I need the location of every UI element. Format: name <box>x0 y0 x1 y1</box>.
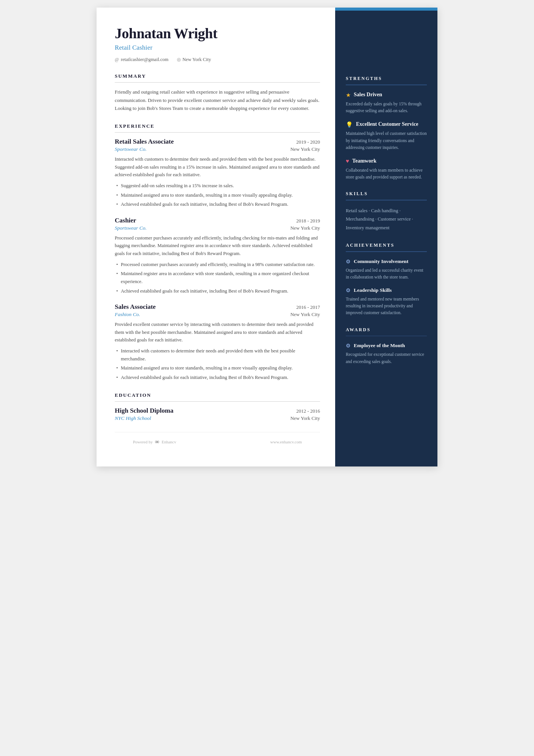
job-1-company-row: Sportswear Co. New York City <box>115 146 320 152</box>
achievement-item-1: ⚙ Community Involvement Organized and le… <box>346 258 427 281</box>
job-2-company-row: Sportswear Co. New York City <box>115 225 320 231</box>
list-item: Suggested add-on sales resulting in a 15… <box>115 182 320 190</box>
edu-1-school: NYC High School <box>115 415 151 421</box>
list-item: Maintained assigned area to store standa… <box>115 191 320 199</box>
location-icon: ◎ <box>177 57 181 63</box>
email-contact: @ retailcashier@gmail.com <box>115 57 169 63</box>
summary-divider <box>115 82 320 83</box>
brand-logo-icon: ∞ <box>155 438 159 445</box>
achievement-item-2: ⚙ Leadership Skills Trained and mentored… <box>346 287 427 316</box>
summary-text: Friendly and outgoing retail cashier wit… <box>115 88 320 112</box>
star-icon: ★ <box>346 92 351 99</box>
strength-2-header: 💡 Excellent Customer Service <box>346 121 427 128</box>
job-1-bullets: Suggested add-on sales resulting in a 15… <box>115 182 320 208</box>
heart-icon: ♥ <box>346 158 349 164</box>
achievement-1-desc: Organized and led a successful charity e… <box>346 267 427 281</box>
list-item: Achieved established goals for each init… <box>115 287 320 295</box>
job-3-role: Sales Associate <box>115 303 156 311</box>
award-item-1: ⚙ Employee of the Month Recognized for e… <box>346 342 427 365</box>
achievement-2-name: Leadership Skills <box>354 287 392 294</box>
achievement-2-icon: ⚙ <box>346 287 351 294</box>
awards-title: AWARDS <box>346 327 427 333</box>
edu-1-location: New York City <box>290 415 320 421</box>
job-1-dates: 2019 - 2020 <box>296 139 320 145</box>
achievement-1-name: Community Involvement <box>354 258 408 265</box>
footer-website: www.enhancv.com <box>270 440 302 444</box>
job-title: Retail Cashier <box>115 44 320 52</box>
strength-1-desc: Exceeded daily sales goals by 15% throug… <box>346 100 427 114</box>
header-section: Johnatan Wright Retail Cashier @ retailc… <box>115 26 320 63</box>
achievement-2-header: ⚙ Leadership Skills <box>346 287 427 294</box>
job-3-location: New York City <box>290 311 320 318</box>
experience-divider <box>115 132 320 133</box>
edu-1-header: High School Diploma 2012 - 2016 <box>115 407 320 415</box>
job-3-company: Fashion Co. <box>115 311 140 318</box>
job-2-header: Cashier 2018 - 2019 <box>115 217 320 224</box>
location-text: New York City <box>183 57 211 63</box>
skills-line-2: Merchandising · Customer service · <box>346 216 413 222</box>
job-3-bullets: Interacted with customers to determine t… <box>115 347 320 382</box>
strength-3-header: ♥ Teamwork <box>346 158 427 164</box>
list-item: Maintained assigned area to store standa… <box>115 364 320 372</box>
job-3-dates: 2016 - 2017 <box>296 304 320 310</box>
achievement-1-icon: ⚙ <box>346 258 351 265</box>
job-2-dates: 2018 - 2019 <box>296 218 320 224</box>
skills-text: Retail sales · Cash handling · Merchandi… <box>346 207 427 232</box>
location-contact: ◎ New York City <box>177 57 211 63</box>
job-item-3: Sales Associate 2016 - 2017 Fashion Co. … <box>115 303 320 381</box>
strength-1-name: Sales Driven <box>354 91 382 98</box>
job-item-2: Cashier 2018 - 2019 Sportswear Co. New Y… <box>115 217 320 295</box>
candidate-name: Johnatan Wright <box>115 26 320 42</box>
job-1-company: Sportswear Co. <box>115 146 147 152</box>
strength-3-desc: Collaborated with team members to achiev… <box>346 167 427 181</box>
experience-title: EXPERIENCE <box>115 123 320 129</box>
summary-section: SUMMARY Friendly and outgoing retail cas… <box>115 73 320 113</box>
list-item: Processed customer purchases accurately … <box>115 261 320 269</box>
job-2-desc: Processed customer purchases accurately … <box>115 234 320 258</box>
job-1-location: New York City <box>290 146 320 152</box>
skills-divider <box>346 200 427 200</box>
strength-2-name: Excellent Customer Service <box>356 121 418 128</box>
summary-title: SUMMARY <box>115 73 320 79</box>
job-item-1: Retail Sales Associate 2019 - 2020 Sport… <box>115 138 320 208</box>
awards-divider <box>346 336 427 337</box>
edu-1-degree: High School Diploma <box>115 407 173 415</box>
award-1-desc: Recognized for exceptional customer serv… <box>346 351 427 365</box>
right-column: STRENGTHS ★ Sales Driven Exceeded daily … <box>335 8 437 466</box>
skills-line-3: Inventory management <box>346 225 390 230</box>
award-1-icon: ⚙ <box>346 343 351 349</box>
award-1-name: Employee of the Month <box>354 342 405 349</box>
powered-by-text: Powered by <box>133 440 153 444</box>
strength-item-1: ★ Sales Driven Exceeded daily sales goal… <box>346 91 427 114</box>
strength-3-name: Teamwork <box>352 158 376 164</box>
strength-1-header: ★ Sales Driven <box>346 91 427 99</box>
edu-1-school-row: NYC High School New York City <box>115 415 320 421</box>
edu-1-dates: 2012 - 2016 <box>296 408 320 414</box>
footer-logo: Powered by ∞ Enhancv <box>133 438 176 445</box>
list-item: Achieved established goals for each init… <box>115 374 320 382</box>
brand-name: Enhancv <box>162 440 176 444</box>
skills-section: SKILLS Retail sales · Cash handling · Me… <box>346 191 427 232</box>
strength-2-desc: Maintained high level of customer satisf… <box>346 130 427 151</box>
education-divider <box>115 401 320 402</box>
award-1-header: ⚙ Employee of the Month <box>346 342 427 349</box>
email-icon: @ <box>115 57 119 63</box>
lightbulb-icon: 💡 <box>346 121 353 128</box>
achievements-title: ACHIEVEMENTS <box>346 243 427 248</box>
achievements-section: ACHIEVEMENTS ⚙ Community Involvement Org… <box>346 243 427 316</box>
job-2-location: New York City <box>290 225 320 231</box>
resume-wrapper: Johnatan Wright Retail Cashier @ retailc… <box>97 8 437 466</box>
resume-footer: Powered by ∞ Enhancv www.enhancv.com <box>115 432 320 451</box>
achievement-2-desc: Trained and mentored new team members re… <box>346 296 427 316</box>
job-1-desc: Interacted with customers to determine t… <box>115 155 320 179</box>
list-item: Interacted with customers to determine t… <box>115 347 320 363</box>
list-item: Achieved established goals for each init… <box>115 200 320 208</box>
strength-item-3: ♥ Teamwork Collaborated with team member… <box>346 158 427 180</box>
job-2-bullets: Processed customer purchases accurately … <box>115 261 320 295</box>
job-2-company: Sportswear Co. <box>115 225 147 231</box>
job-3-company-row: Fashion Co. New York City <box>115 311 320 318</box>
job-3-desc: Provided excellent customer service by i… <box>115 321 320 344</box>
resume-container: Johnatan Wright Retail Cashier @ retailc… <box>97 8 437 466</box>
achievements-divider <box>346 251 427 252</box>
list-item: Maintained register area in accordance w… <box>115 270 320 285</box>
